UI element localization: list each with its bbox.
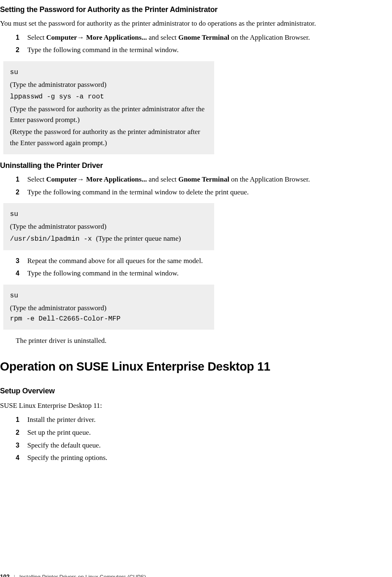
bold-more-apps: More Applications... [86, 34, 147, 41]
step-number: 1 [16, 33, 27, 43]
code-block-1: su (Type the administrator password) lpp… [3, 61, 214, 154]
bold-computer: Computer [46, 175, 77, 183]
code-line: lppasswd -g sys -a root [10, 91, 208, 102]
heading-operation-suse: Operation on SUSE Linux Enterprise Deskt… [0, 358, 392, 376]
text-fragment: Select [27, 34, 46, 41]
arrow-icon: → [77, 175, 86, 183]
step-text: Repeat the command above for all queues … [27, 256, 203, 266]
intro-text: You must set the password for authority … [0, 19, 392, 29]
code-line: su [10, 209, 208, 220]
step-text: Specify the printing options. [27, 453, 108, 463]
page-footer: 102 | Installing Printer Drivers on Linu… [0, 572, 392, 577]
arrow-icon: → [77, 34, 86, 41]
heading-set-password: Setting the Password for Authority as th… [0, 4, 392, 15]
step-number: 1 [16, 415, 27, 425]
step-number: 2 [16, 187, 27, 198]
heading-setup-overview: Setup Overview [0, 385, 392, 397]
footer-title: Installing Printer Drivers on Linux Comp… [19, 573, 146, 577]
step-number: 4 [16, 268, 27, 279]
step-number: 3 [16, 256, 27, 266]
instruction-fragment: (Type the printer queue name) [96, 235, 181, 242]
step-text: Set up the print queue. [27, 428, 91, 438]
step-1: 1 Select Computer→ More Applications... … [0, 175, 392, 185]
step-number: 3 [16, 441, 27, 451]
step-3: 3 Repeat the command above for all queue… [0, 256, 392, 266]
instruction-line: (Type the administrator password) [10, 221, 208, 232]
bold-gnome-terminal: Gnome Terminal [178, 175, 229, 183]
step-text: Select Computer→ More Applications... an… [27, 33, 310, 43]
bold-gnome-terminal: Gnome Terminal [178, 34, 229, 41]
heading-uninstall: Uninstalling the Printer Driver [0, 160, 392, 171]
code-block-2: su (Type the administrator password) /us… [3, 203, 214, 250]
step-number: 4 [16, 453, 27, 463]
page-number: 102 [0, 572, 10, 577]
text-fragment: Select [27, 175, 46, 183]
code-block-3: su (Type the administrator password) rpm… [3, 285, 214, 330]
instruction-line: (Type the administrator password) [10, 303, 208, 314]
text-fragment: on the Application Browser. [229, 34, 310, 41]
code-fragment: /usr/sbin/lpadmin -x [10, 235, 96, 243]
bold-more-apps: More Applications... [86, 175, 147, 183]
text-fragment: and select [147, 34, 178, 41]
step-text: Type the following command in the termin… [27, 268, 179, 279]
instruction-line: (Retype the password for authority as th… [10, 127, 208, 148]
mixed-line: /usr/sbin/lpadmin -x (Type the printer q… [10, 233, 208, 244]
instruction-line: (Type the administrator password) [10, 79, 208, 90]
overview-step-2: 2 Set up the print queue. [0, 428, 392, 438]
step-2: 2 Type the following command in the term… [0, 187, 392, 198]
instruction-line: (Type the password for authority as the … [10, 104, 208, 126]
step-number: 1 [16, 175, 27, 185]
text-fragment: on the Application Browser. [229, 175, 310, 183]
step-text: Select Computer→ More Applications... an… [27, 175, 310, 185]
code-line: su [10, 67, 208, 78]
bold-computer: Computer [46, 34, 77, 41]
step-text: Specify the default queue. [27, 441, 101, 451]
step-1: 1 Select Computer→ More Applications... … [0, 33, 392, 43]
step-text: Install the printer driver. [27, 415, 96, 425]
intro-text: SUSE Linux Enterprise Desktop 11: [0, 401, 392, 411]
step-text: Type the following command in the termin… [27, 187, 249, 198]
step-4: 4 Type the following command in the term… [0, 268, 392, 279]
step-number: 2 [16, 45, 27, 55]
step-text: Type the following command in the termin… [27, 45, 179, 55]
overview-step-4: 4 Specify the printing options. [0, 453, 392, 463]
result-text: The printer driver is uninstalled. [0, 335, 392, 346]
code-line: su [10, 290, 208, 301]
step-number: 2 [16, 428, 27, 438]
step-2: 2 Type the following command in the term… [0, 45, 392, 55]
text-fragment: and select [147, 175, 178, 183]
footer-separator: | [14, 573, 15, 577]
overview-step-3: 3 Specify the default queue. [0, 441, 392, 451]
code-line: rpm -e Dell-C2665-Color-MFP [10, 314, 208, 324]
overview-step-1: 1 Install the printer driver. [0, 415, 392, 425]
